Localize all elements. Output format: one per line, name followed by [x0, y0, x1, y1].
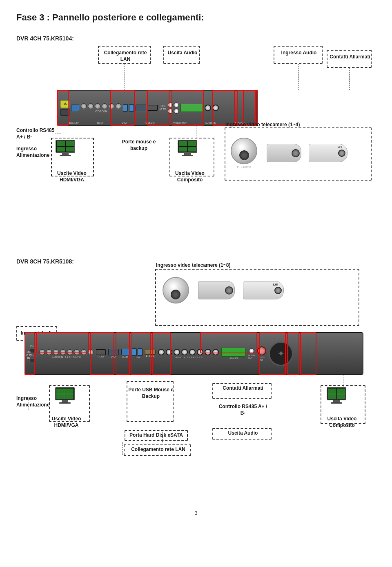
- dvr8-cam-dome: [161, 273, 190, 308]
- dvr4-uscita-audio-line: [182, 64, 182, 90]
- dvr8-cam-bullet: [198, 281, 235, 299]
- dvr4-cameras: PTZ Dome LHI: [229, 134, 347, 172]
- dvr8-red-rj45: [116, 332, 130, 375]
- dvr8-section-title: DVR 8CH 75.KR5108:: [16, 258, 74, 265]
- dvr4-uscita-audio-label: Uscita Audio: [164, 50, 201, 56]
- dvr4-annotation-area: Collegamento rete LAN Uscita Audio Ingre…: [16, 46, 376, 242]
- dvr4-vga: [136, 105, 146, 111]
- dvr8-red-audio-in: [36, 332, 89, 353]
- dvr8-hdmivga-box: [49, 385, 90, 422]
- dvr4-composito-line: [196, 126, 196, 138]
- dvr8-red-cvbs: [300, 332, 316, 375]
- dvr4-cam-dome: PTZ Dome: [229, 134, 259, 172]
- dvr8-red-esata: [152, 332, 171, 375]
- dvr8-contatti-box: [212, 383, 272, 399]
- dvr4-contatti-line: [349, 68, 350, 90]
- dvr4-rj45: [71, 105, 79, 111]
- dvr4-ingresso-audio-line: [298, 64, 298, 90]
- dvr4-composito-box: [169, 138, 214, 176]
- dvr8-red-usb: [131, 332, 151, 375]
- dvr4-rs485-line: [55, 134, 61, 134]
- dvr4-contatti-label: Contatti Allarmati: [327, 54, 372, 60]
- dvr4-red-rs485: [57, 90, 69, 126]
- dvr4-cam-varifocal: LHI: [309, 144, 347, 162]
- dvr4-red-uscita-audio: [147, 90, 169, 126]
- dvr4-hdmivga-box: [51, 138, 94, 176]
- dvr4-contatti-box: Contatti Allarmati: [327, 50, 372, 68]
- dvr4-section-title: DVR 4CH 75.KR5104:: [16, 35, 74, 42]
- dvr4-section: DVR 4CH 75.KR5104: Collegamento rete LAN…: [16, 35, 376, 242]
- dvr8-section: DVR 8CH 75.KR5108: Ingresso video teleca…: [16, 258, 376, 493]
- dvr8-usb-mouse-label: Porte USB Mouse e Backup: [127, 387, 174, 400]
- dvr8-contatti-line: [241, 375, 241, 385]
- dvr4-collegamento-label: Collegamento rete LAN: [99, 50, 152, 63]
- dvr4-video-in-label: Ingresso video telecamere (1~4): [225, 122, 372, 128]
- dvr4-rs485-label: Controllo RS485 A+ / B-: [16, 127, 55, 140]
- dvr8-lan-line: [122, 442, 123, 455]
- dvr4-porte-line: [139, 138, 139, 146]
- dvr8-alimentazione-label: Ingresso Alimentazione: [16, 395, 53, 408]
- dvr8-esata-box: [125, 430, 188, 441]
- dvr8-alim-line: [29, 397, 29, 410]
- dvr8-composito-line: [343, 375, 343, 387]
- dvr4-uscita-audio-box: Uscita Audio: [163, 46, 200, 64]
- dvr8-rs485-label: Controllo RS485 A+ / B-: [216, 404, 270, 416]
- dvr8-red-video-in: [200, 332, 257, 353]
- dvr8-vid-4: [181, 349, 188, 355]
- dvr4-bnc-3: [95, 103, 100, 109]
- dvr4-cam-bullet: [267, 144, 301, 162]
- dvr4-red-usb: [172, 90, 204, 126]
- dvr8-cam-varifocal: LHI: [243, 281, 284, 299]
- dvr4-collegamento-box: Collegamento rete LAN: [98, 46, 151, 64]
- dvr4-alimentazione-label: Ingresso Alimentazione: [16, 146, 55, 158]
- dvr8-dc-label: DC+12VIN: [25, 350, 32, 360]
- dvr8-uscita-audio-line: [242, 427, 242, 438]
- dvr8-red-audio-out: [287, 332, 299, 375]
- dvr4-bnc-4: [102, 103, 107, 109]
- dvr4-ingresso-audio-label: Ingresso Audio: [274, 50, 323, 56]
- dvr8-vid-5: [189, 349, 196, 355]
- page-title: Fase 3 : Pannello posteriore e collegame…: [16, 12, 376, 23]
- dvr8-vid-3: [174, 349, 180, 355]
- dvr8-video-in-label: Ingresso video telecamere (1~8): [156, 262, 360, 269]
- dvr8-annotation-area: Ingresso video telecamere (1~8) LHI Ingr…: [16, 269, 376, 493]
- dvr4-red-video: [212, 90, 235, 126]
- dvr8-lan-box: [124, 444, 191, 456]
- dvr8-cameras: LHI: [161, 273, 284, 308]
- dvr4-ingresso-audio-box: Ingresso Audio: [274, 46, 323, 64]
- dvr4-red-audio2: [243, 90, 256, 126]
- dvr4-bnc-2: [88, 103, 94, 109]
- page-number: 3: [16, 510, 376, 516]
- dvr8-usb-mouse-line: [150, 381, 150, 389]
- dvr4-bnc-1: [81, 103, 87, 109]
- dvr8-composito-box: [321, 385, 365, 424]
- dvr4-collegamento-line: [125, 64, 125, 90]
- dvr8-red-alm: [259, 332, 286, 375]
- dvr8-red-hdmivga: [90, 332, 114, 375]
- dvr8-rs485-line: [242, 402, 242, 414]
- dvr8-esata-line-up: [162, 430, 163, 442]
- dvr4-vid-out-1: [205, 105, 211, 111]
- dvr4-red-rj45: [110, 90, 135, 126]
